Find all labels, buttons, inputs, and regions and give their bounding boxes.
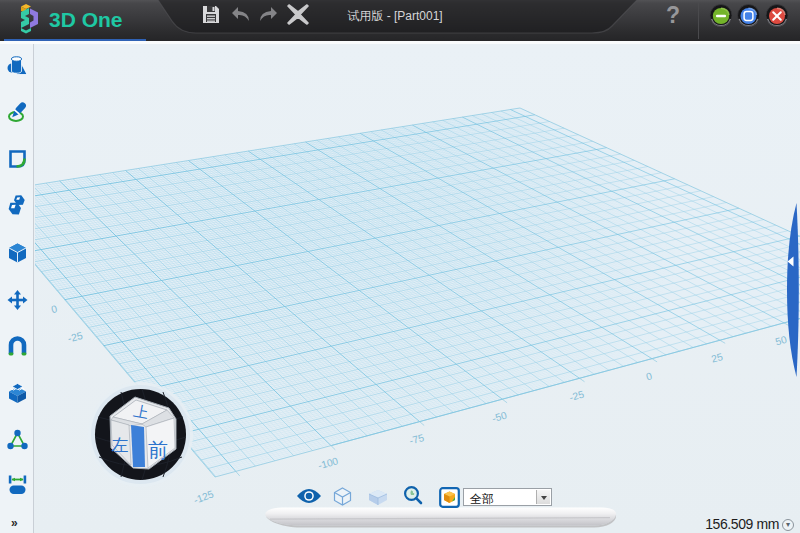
svg-text:25: 25 bbox=[710, 351, 724, 365]
svg-text:左: 左 bbox=[112, 436, 129, 455]
svg-text:上: 上 bbox=[132, 402, 150, 422]
svg-text:0: 0 bbox=[50, 303, 58, 315]
svg-text:-100: -100 bbox=[317, 455, 340, 471]
svg-text:-50: -50 bbox=[491, 409, 508, 424]
svg-text:-25: -25 bbox=[67, 330, 84, 344]
svg-text:-75: -75 bbox=[408, 432, 425, 447]
svg-text:0: 0 bbox=[645, 370, 654, 382]
svg-text:-25: -25 bbox=[568, 389, 585, 404]
svg-text:前: 前 bbox=[148, 439, 168, 461]
